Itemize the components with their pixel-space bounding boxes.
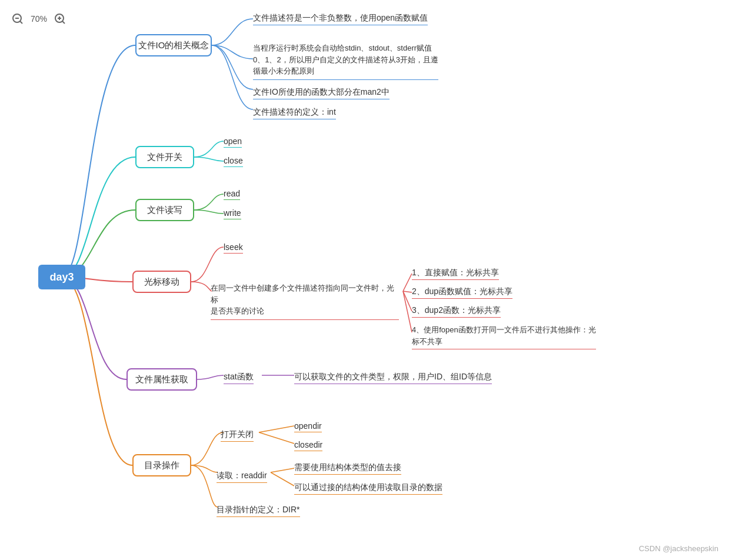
watermark: CSDN @jacksheepskin: [639, 544, 718, 553]
zoom-level: 70%: [31, 14, 47, 24]
leaf-dir-ptr: 目录指针的定义：DIR*: [217, 505, 300, 517]
leaf-write: write: [224, 208, 241, 219]
svg-line-8: [271, 472, 294, 486]
leaf-readdir-label: 读取：readdir: [217, 471, 267, 483]
svg-line-2: [403, 291, 412, 311]
leaf-open: open: [224, 136, 242, 148]
leaf-closedir: closedir: [294, 440, 322, 451]
leaf-opendir: opendir: [294, 421, 322, 432]
svg-line-6: [259, 432, 294, 444]
leaf-io2: 当程序运行时系统会自动给stdin、stdout、stderr赋值0、1、2，所…: [253, 42, 438, 80]
leaf-cursor2: 2、dup函数赋值：光标共享: [412, 286, 512, 299]
svg-line-5: [259, 426, 294, 432]
node-file-rw[interactable]: 文件读写: [135, 199, 194, 221]
leaf-lseek: lseek: [224, 242, 243, 254]
root-node[interactable]: day3: [38, 265, 85, 289]
connection-lines: [0, 0, 729, 560]
leaf-stat-desc: 可以获取文件的文件类型，权限，用户ID、组ID等信息: [294, 372, 492, 384]
svg-line-3: [403, 291, 412, 332]
node-file-io-concept[interactable]: 文件IO的相关概念: [135, 34, 212, 56]
toolbar: 70%: [9, 11, 68, 27]
leaf-stat-func: stat函数: [224, 372, 254, 384]
leaf-cursor-discuss: 在同一文件中创建多个文件描述符指向同一文件时，光标是否共享的讨论: [211, 282, 399, 320]
node-file-attr[interactable]: 文件属性获取: [127, 368, 197, 391]
leaf-io3: 文件IO所使用的函数大部分在man2中: [253, 87, 390, 99]
leaf-open-close-label: 打开关闭: [221, 429, 254, 442]
leaf-io4: 文件描述符的定义：int: [253, 107, 336, 119]
zoom-in-button[interactable]: [52, 11, 68, 27]
zoom-out-button[interactable]: [9, 11, 26, 27]
svg-line-15: [62, 21, 65, 24]
leaf-cursor1: 1、直接赋值：光标共享: [412, 268, 499, 280]
leaf-read: read: [224, 189, 240, 200]
leaf-readdir1: 需要使用结构体类型的值去接: [294, 462, 401, 475]
svg-line-11: [20, 21, 22, 24]
leaf-readdir2: 可以通过接的结构体使用读取目录的数据: [294, 482, 442, 495]
node-cursor-move[interactable]: 光标移动: [132, 271, 191, 293]
svg-line-0: [403, 274, 412, 291]
mindmap-container: 70% day3 文件IO的相关概念 文件开关 文件读写 光标移动 文件属性获取…: [0, 0, 729, 560]
leaf-close: close: [224, 156, 243, 167]
svg-line-1: [403, 291, 412, 292]
leaf-cursor3: 3、dup2函数：光标共享: [412, 305, 501, 318]
leaf-io1: 文件描述符是一个非负整数，使用open函数赋值: [253, 13, 428, 25]
node-dir-ops[interactable]: 目录操作: [132, 454, 191, 476]
leaf-cursor4: 4、使用fopen函数打开同一文件后不进行其他操作：光标不共享: [412, 324, 596, 349]
node-file-open-close[interactable]: 文件开关: [135, 146, 194, 168]
svg-line-7: [271, 468, 294, 472]
